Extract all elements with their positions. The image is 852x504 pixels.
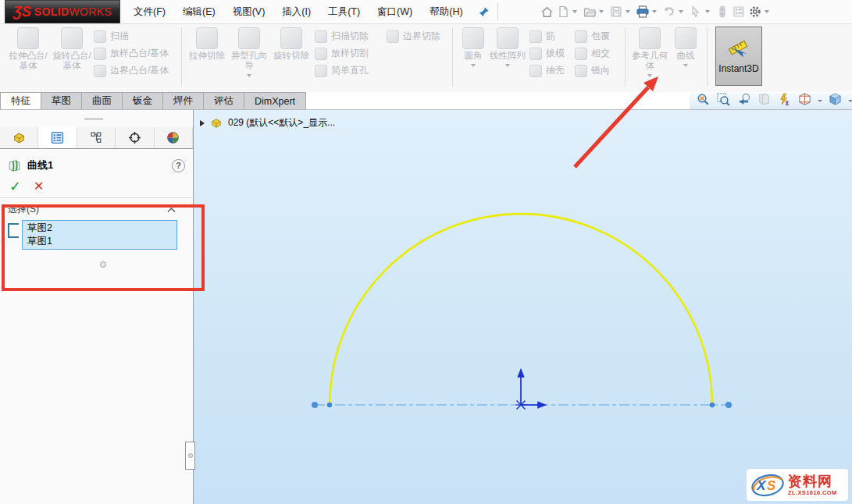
menu-window[interactable]: 窗口(W)	[376, 4, 413, 20]
menu-edit[interactable]: 编辑(E)	[182, 4, 216, 20]
reference-geometry-caret[interactable]	[647, 74, 652, 77]
undo-icon[interactable]	[661, 4, 678, 20]
settings-gear-icon[interactable]	[747, 4, 764, 20]
rib-button[interactable]: 筋	[529, 30, 575, 43]
swept-cut-button[interactable]: 扫描切除	[315, 30, 387, 43]
flyout-feature-tree[interactable]: 029 (默认<<默认>_显示...	[200, 116, 335, 130]
extruded-boss-button[interactable]: 拉伸凸台/基体	[6, 24, 50, 71]
dimxpertmanager-tab[interactable]	[116, 127, 154, 148]
new-document-icon[interactable]	[555, 4, 572, 20]
selection-item-sketch2[interactable]: 草图2	[27, 222, 172, 235]
intersect-button[interactable]: 相交	[575, 47, 620, 60]
hide-show-annotations-icon[interactable]	[777, 93, 792, 109]
revolved-cut-button[interactable]: 旋转切除	[271, 24, 312, 61]
print-caret[interactable]	[652, 10, 657, 13]
collapse-chevron-icon[interactable]	[167, 202, 176, 216]
propertymanager-title: 曲线1	[27, 158, 53, 172]
mirror-button[interactable]: 镜向	[575, 64, 620, 77]
tab-features[interactable]: 特征	[0, 92, 41, 109]
fillet-caret[interactable]	[471, 64, 476, 67]
previous-view-icon[interactable]	[736, 93, 751, 109]
linear-pattern-caret[interactable]	[505, 64, 510, 67]
select-cursor-icon[interactable]	[688, 4, 704, 20]
menu-file[interactable]: 文件(F)	[133, 4, 166, 20]
lofted-cut-button[interactable]: 放样切割	[315, 47, 387, 60]
arc-endpoint-right[interactable]	[710, 403, 715, 407]
boundary-cut-button[interactable]: 边界切除	[387, 30, 447, 43]
view-orientation-caret[interactable]	[818, 100, 822, 102]
linear-pattern-button[interactable]: 线性阵列	[489, 24, 526, 67]
menu-insert[interactable]: 插入(I)	[281, 4, 312, 20]
listbox-resize-handle[interactable]	[100, 261, 106, 268]
save-icon[interactable]	[608, 4, 625, 20]
panel-collapse-tab[interactable]	[185, 442, 195, 470]
panel-splitter-handle[interactable]	[84, 118, 103, 120]
tree-expand-arrow-icon[interactable]	[200, 120, 205, 126]
ribbon-separator	[707, 27, 708, 87]
extruded-cut-button[interactable]: 拉伸切除	[187, 24, 227, 61]
section-view-icon[interactable]	[757, 93, 772, 109]
print-icon[interactable]	[635, 4, 651, 20]
boundary-boss-button[interactable]: 边界凸台/基体	[94, 64, 176, 77]
view-orientation-icon[interactable]	[797, 93, 812, 109]
undo-caret[interactable]	[679, 10, 683, 13]
selection-group-header[interactable]: 选择(S)	[0, 202, 193, 216]
xs-logo-icon: X S	[750, 472, 785, 499]
selection-listbox[interactable]: 草图2 草图1	[22, 220, 177, 250]
displaymanager-tab[interactable]	[155, 127, 193, 148]
revolved-cut-icon	[280, 27, 302, 49]
reference-geometry-button[interactable]: 参考几何体	[630, 24, 669, 77]
hole-wizard-button[interactable]: 异型孔向导	[227, 24, 271, 77]
settings-gear-caret[interactable]	[765, 10, 769, 13]
instant3d-button[interactable]: Instant3D	[715, 27, 762, 86]
tab-dimxpert[interactable]: DimXpert	[244, 92, 306, 109]
propertymanager-tab[interactable]	[38, 127, 77, 148]
configurationmanager-tab[interactable]	[77, 127, 116, 148]
new-document-caret[interactable]	[572, 10, 577, 13]
save-caret[interactable]	[626, 10, 630, 13]
line-endpoint-left[interactable]	[312, 402, 318, 408]
draft-button[interactable]: 拔模	[529, 47, 575, 60]
ok-button[interactable]: ✓	[9, 179, 21, 193]
cancel-button[interactable]: ✕	[34, 180, 44, 193]
options-list-icon[interactable]	[731, 4, 747, 20]
menu-view[interactable]: 视图(V)	[232, 4, 266, 20]
watermark-name: 资料网	[788, 474, 837, 488]
display-style-caret[interactable]	[848, 100, 852, 102]
pin-menu-icon[interactable]	[478, 6, 490, 18]
open-file-icon[interactable]	[582, 4, 598, 20]
open-file-caret[interactable]	[599, 10, 604, 13]
wrap-button[interactable]: 包覆	[575, 30, 620, 43]
shell-button[interactable]: 抽壳	[529, 64, 575, 77]
tab-weldments[interactable]: 焊件	[163, 92, 204, 109]
tab-sheet-metal[interactable]: 钣金	[123, 92, 163, 109]
select-cursor-caret[interactable]	[705, 10, 710, 13]
tab-sketch[interactable]: 草图	[41, 92, 82, 109]
arc-endpoint-left[interactable]	[327, 403, 332, 407]
panel-divider	[0, 197, 193, 198]
lofted-boss-button[interactable]: 放样凸台/基体	[94, 47, 176, 60]
swept-boss-button[interactable]: 扫描	[94, 30, 176, 43]
tab-surfaces[interactable]: 曲面	[82, 92, 123, 109]
selection-item-sketch1[interactable]: 草图1	[27, 235, 172, 248]
revolved-boss-button[interactable]: 旋转凸台/基体	[50, 24, 94, 71]
hole-wizard-caret[interactable]	[247, 74, 251, 77]
line-endpoint-right[interactable]	[725, 402, 732, 408]
origin-marker[interactable]	[515, 370, 545, 410]
menu-help[interactable]: 帮助(H)	[429, 4, 463, 20]
help-icon[interactable]: ?	[172, 159, 185, 172]
property-list-icon	[51, 131, 64, 144]
curves-button[interactable]: 曲线	[669, 24, 702, 67]
display-style-icon[interactable]	[828, 93, 843, 109]
featuremanager-tab[interactable]	[0, 127, 38, 148]
zoom-to-fit-icon[interactable]	[696, 93, 711, 109]
home-icon[interactable]	[539, 4, 555, 20]
graphics-viewport[interactable]: 029 (默认<<默认>_显示... X S 资料网 ZL.XS1616.COM	[194, 109, 852, 504]
simple-hole-button[interactable]: 简单直孔	[315, 64, 387, 77]
curves-caret[interactable]	[683, 64, 688, 67]
fillet-button[interactable]: 圆角	[458, 24, 489, 67]
tab-evaluate[interactable]: 评估	[204, 92, 244, 109]
zoom-to-area-icon[interactable]	[716, 93, 731, 109]
magnet-toggle-icon[interactable]	[715, 4, 731, 20]
menu-tools[interactable]: 工具(T)	[327, 4, 361, 20]
